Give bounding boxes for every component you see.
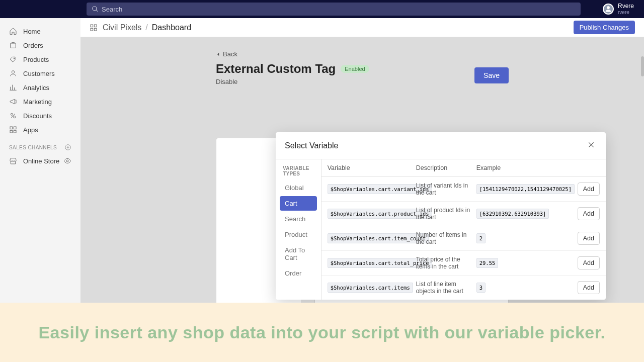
scrollbar[interactable] bbox=[641, 56, 644, 76]
sidebar-item-discounts[interactable]: Discounts bbox=[0, 109, 80, 123]
variable-example: [632910392,632910393] bbox=[476, 209, 549, 219]
type-product[interactable]: Product bbox=[280, 227, 317, 242]
sidebar-item-marketing[interactable]: Marketing bbox=[0, 95, 80, 109]
variable-example: 3 bbox=[476, 283, 486, 293]
save-button[interactable]: Save bbox=[474, 67, 509, 83]
svg-rect-8 bbox=[14, 130, 16, 133]
view-store-icon[interactable] bbox=[63, 157, 71, 165]
sidebar-item-products[interactable]: Products bbox=[0, 52, 80, 66]
type-global[interactable]: Global bbox=[280, 180, 317, 195]
sidebar-item-label: Online Store bbox=[23, 157, 59, 165]
variable-example: [1541129470022,1541129470025] bbox=[476, 184, 575, 194]
app-icon bbox=[90, 24, 98, 32]
variable-desc: Number of items in the cart bbox=[416, 231, 476, 245]
search-field[interactable] bbox=[87, 3, 581, 16]
types-header: VARIABLE TYPES bbox=[280, 163, 317, 180]
close-button[interactable] bbox=[586, 139, 597, 152]
status-badge: Enabled bbox=[341, 65, 369, 73]
table-row: $ShopVariables.cart.product_ids List of … bbox=[321, 202, 606, 226]
svg-point-1 bbox=[14, 58, 15, 59]
svg-point-2 bbox=[12, 71, 14, 73]
type-search[interactable]: Search bbox=[280, 212, 317, 226]
sidebar-item-label: Products bbox=[23, 56, 49, 63]
svg-rect-6 bbox=[14, 127, 16, 129]
add-button[interactable]: Add bbox=[578, 256, 600, 269]
variable-desc: List of product Ids in the cart bbox=[416, 207, 476, 221]
sidebar-item-apps[interactable]: Apps bbox=[0, 123, 80, 137]
sidebar-item-label: Marketing bbox=[23, 98, 52, 106]
table-row: $ShopVariables.cart.items List of line i… bbox=[321, 276, 606, 300]
add-button[interactable]: Add bbox=[578, 183, 600, 196]
select-variable-modal: Select Variable VARIABLE TYPES Global Ca… bbox=[276, 132, 606, 300]
user-menu[interactable]: Rvere rvere bbox=[603, 3, 638, 15]
banner-text: Easily insert any shop data into your sc… bbox=[38, 323, 605, 342]
svg-rect-13 bbox=[94, 25, 97, 27]
breadcrumb-sep: / bbox=[145, 23, 147, 32]
table-row: $ShopVariables.cart.total_price Total pr… bbox=[321, 251, 606, 276]
disable-link[interactable]: Disable bbox=[216, 78, 509, 85]
sidebar-item-online-store[interactable]: Online Store bbox=[0, 154, 80, 168]
user-handle: rvere bbox=[618, 10, 634, 15]
sidebar-item-orders[interactable]: Orders bbox=[0, 38, 80, 52]
sidebar-item-label: Home bbox=[23, 28, 41, 35]
sidebar-item-home[interactable]: Home bbox=[0, 24, 80, 38]
sidebar-item-customers[interactable]: Customers bbox=[0, 66, 80, 80]
variable-code: $ShopVariables.cart.item_count bbox=[328, 233, 429, 243]
variable-example: 2 bbox=[476, 233, 486, 243]
column-description: Description bbox=[416, 164, 476, 171]
sidebar-item-label: Orders bbox=[23, 42, 43, 49]
search-input[interactable] bbox=[102, 6, 576, 13]
table-row: $ShopVariables.cart.item_count Number of… bbox=[321, 226, 606, 251]
variable-code: $ShopVariables.cart.items bbox=[328, 283, 413, 293]
avatar bbox=[603, 4, 614, 15]
svg-point-10 bbox=[66, 160, 68, 162]
sales-channels-header: SALES CHANNELS bbox=[0, 137, 80, 154]
sidebar-item-label: Apps bbox=[23, 126, 38, 134]
search-icon bbox=[92, 6, 99, 13]
add-button[interactable]: Add bbox=[578, 281, 600, 294]
variable-desc: List of line item objects in the cart bbox=[416, 281, 476, 295]
topbar: Rvere rvere bbox=[0, 0, 644, 18]
close-icon bbox=[588, 141, 595, 148]
svg-rect-5 bbox=[10, 127, 13, 129]
breadcrumb-page: Dashboard bbox=[152, 23, 191, 32]
svg-rect-12 bbox=[91, 25, 93, 27]
variables-table: Variable Description Example $ShopVariab… bbox=[321, 159, 606, 300]
sidebar-item-label: Analytics bbox=[23, 84, 49, 92]
promo-banner: Easily insert any shop data into your sc… bbox=[0, 303, 644, 362]
svg-point-3 bbox=[11, 113, 13, 115]
add-button[interactable]: Add bbox=[578, 232, 600, 245]
publish-button[interactable]: Publish Changes bbox=[574, 21, 635, 34]
variable-types-list: VARIABLE TYPES Global Cart Search Produc… bbox=[276, 159, 321, 300]
svg-rect-14 bbox=[91, 28, 93, 31]
breadcrumb-app[interactable]: Civil Pixels bbox=[103, 23, 141, 32]
variable-desc: List of variant Ids in the cart bbox=[416, 182, 476, 196]
table-row: $ShopVariables.cart.variant_ids List of … bbox=[321, 177, 606, 202]
sidebar-item-analytics[interactable]: Analytics bbox=[0, 80, 80, 95]
back-link[interactable]: Back bbox=[216, 50, 509, 58]
breadcrumb-bar: Civil Pixels / Dashboard Publish Changes bbox=[80, 18, 644, 37]
chevron-left-icon bbox=[216, 52, 221, 57]
svg-rect-15 bbox=[94, 28, 97, 31]
user-name: Rvere bbox=[618, 3, 634, 10]
svg-rect-7 bbox=[10, 130, 13, 133]
sidebar-item-label: Discounts bbox=[23, 112, 52, 120]
variable-desc: Total price of the items in the cart bbox=[416, 256, 476, 270]
page-title: External Custom Tag bbox=[216, 62, 336, 76]
column-variable: Variable bbox=[328, 164, 416, 171]
type-cart[interactable]: Cart bbox=[280, 196, 317, 211]
svg-rect-0 bbox=[11, 43, 16, 48]
variable-example: 29.55 bbox=[476, 258, 499, 268]
add-channel-icon[interactable] bbox=[64, 144, 71, 151]
sidebar-item-label: Customers bbox=[23, 70, 55, 77]
type-order[interactable]: Order bbox=[280, 266, 317, 281]
modal-title: Select Variable bbox=[285, 141, 338, 150]
add-button[interactable]: Add bbox=[578, 207, 600, 220]
svg-point-4 bbox=[14, 116, 16, 118]
type-add-to-cart[interactable]: Add To Cart bbox=[280, 243, 317, 265]
column-example: Example bbox=[476, 164, 600, 171]
